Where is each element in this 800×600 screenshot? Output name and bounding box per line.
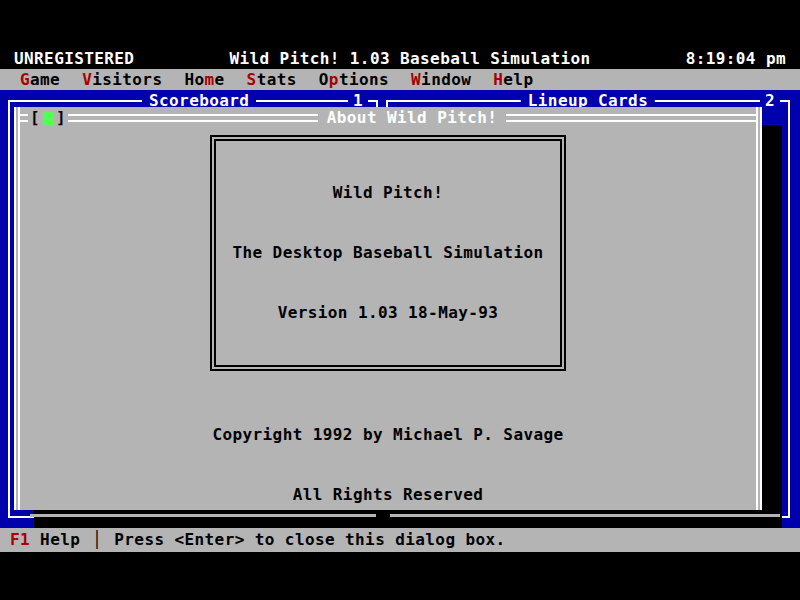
app-title: Wild Pitch! 1.03 Baseball Simulation (229, 49, 590, 69)
menu-item-window[interactable]: Window (411, 70, 471, 90)
dialog-titlebar: [ ] About Wild Pitch! (20, 107, 756, 129)
menu-item-options[interactable]: Options (319, 70, 389, 90)
close-bracket-right: ] (56, 108, 66, 128)
dialog-close-button[interactable]: [ ] (28, 108, 68, 128)
product-name: Wild Pitch! (232, 183, 543, 203)
menu-item-visitors[interactable]: Visitors (82, 70, 162, 90)
registration-status: UNREGISTERED (14, 49, 134, 69)
window-lineup-cards-number[interactable]: 2 (760, 91, 780, 111)
border-line (68, 114, 318, 122)
menu-item-game[interactable]: Game (20, 70, 60, 90)
close-bracket-left: [ (30, 108, 40, 128)
border-line (506, 114, 756, 122)
dialog-columns: This is an UNREGISTERED, EVALUATION ONLY… (20, 563, 756, 600)
close-green-square-icon (43, 111, 53, 125)
version-box: Wild Pitch! The Desktop Baseball Simulat… (210, 135, 565, 371)
menu-item-home[interactable]: Home (184, 70, 224, 90)
copyright-line: Copyright 1992 by Michael P. Savage (20, 425, 756, 445)
rights-line: All Rights Reserved (20, 485, 756, 505)
menu-bar: Game Visitors Home Stats Options Window … (0, 69, 800, 90)
desktop: Scoreboard 1 Lineup Cards 2 [ ] About Wi… (0, 90, 800, 528)
evaluation-notice: This is an UNREGISTERED, EVALUATION ONLY… (30, 563, 385, 600)
dialog-title: About Wild Pitch! (318, 108, 507, 128)
product-tagline: The Desktop Baseball Simulation (232, 243, 543, 263)
about-dialog: [ ] About Wild Pitch! Wild Pitch! The De… (14, 107, 762, 510)
product-version: Version 1.03 18-May-93 (232, 303, 543, 323)
version-box-inner: Wild Pitch! The Desktop Baseball Simulat… (214, 139, 561, 367)
menu-item-help[interactable]: Help (493, 70, 533, 90)
copyright-block: Copyright 1992 by Michael P. Savage All … (20, 385, 756, 545)
border-line (20, 114, 28, 122)
clock: 8:19:04 pm (686, 49, 786, 69)
menu-item-stats[interactable]: Stats (247, 70, 297, 90)
registration-info: To Register, send $25 in check or money … (385, 563, 746, 600)
dos-screen: UNREGISTERED Wild Pitch! 1.03 Baseball S… (0, 0, 800, 600)
app-titlebar: UNREGISTERED Wild Pitch! 1.03 Baseball S… (0, 48, 800, 69)
